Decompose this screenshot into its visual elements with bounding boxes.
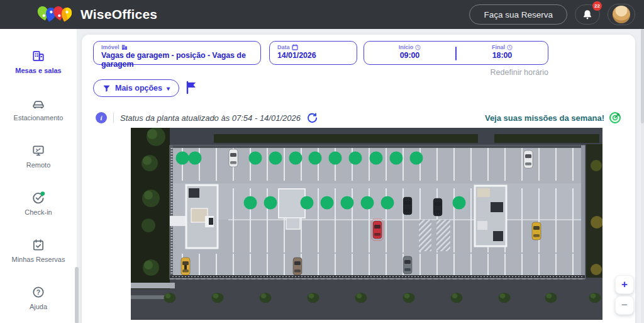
- available-spot[interactable]: [176, 152, 189, 165]
- sidebar-item-label: Check-in: [25, 208, 52, 216]
- calendar-small-icon: [292, 44, 298, 50]
- make-reservation-button[interactable]: Faça sua Reserva: [469, 4, 567, 25]
- available-spot[interactable]: [361, 196, 374, 210]
- weekly-missions-label: Veja suas missões da semana!: [485, 113, 604, 123]
- available-spot[interactable]: [329, 152, 342, 165]
- date-field-value: 14/01/2026: [277, 51, 349, 60]
- car-white: [524, 150, 533, 168]
- monitor-icon: [31, 144, 45, 157]
- stairwell-room-right: [475, 186, 506, 246]
- no-parking-hatch: [419, 220, 431, 251]
- calendar-check-icon: [31, 238, 45, 252]
- car-black: [403, 197, 412, 215]
- start-time-value: 09:00: [400, 51, 419, 60]
- profile-menu-button[interactable]: [608, 4, 635, 25]
- status-row: i Status da planta atualizado às 07:54 -…: [96, 110, 621, 125]
- info-icon: i: [96, 112, 107, 123]
- sidebar-item-label: Minhas Reservas: [12, 256, 65, 263]
- sidebar: Mesas e salas Estacionamento Remoto Chec…: [0, 29, 77, 323]
- building-small-icon: [121, 44, 128, 50]
- available-spot[interactable]: [244, 196, 257, 210]
- available-spot[interactable]: [341, 196, 354, 210]
- available-spot[interactable]: [309, 152, 322, 165]
- available-spot[interactable]: [301, 196, 314, 210]
- date-field-label: Data: [277, 44, 290, 50]
- car-brown: [293, 258, 302, 275]
- clock-icon: [507, 45, 513, 50]
- sidebar-item-mesas-e-salas[interactable]: Mesas e salas: [0, 49, 77, 74]
- car-taxi: [181, 258, 190, 275]
- available-spot[interactable]: [390, 152, 403, 165]
- available-spot[interactable]: [453, 196, 466, 210]
- end-time-half[interactable]: Final 18:00: [457, 44, 548, 64]
- question-circle-icon: ?: [31, 285, 45, 299]
- sidebar-item-label: Mesas e salas: [15, 67, 61, 74]
- car-black: [433, 198, 442, 216]
- clock-icon: [415, 45, 421, 50]
- available-spot[interactable]: [264, 196, 277, 210]
- notification-count-badge: 22: [592, 1, 602, 11]
- start-time-label: Início: [399, 44, 414, 50]
- available-spot[interactable]: [410, 152, 423, 165]
- car-yellow: [532, 222, 541, 240]
- available-spot[interactable]: [189, 152, 202, 165]
- parking-stall-lines: [175, 148, 582, 275]
- notifications-button[interactable]: 22: [575, 4, 600, 25]
- missions-target-icon: [609, 111, 621, 124]
- property-field-value: Vagas de garagem - posição - Vagas de ga…: [101, 51, 253, 69]
- car-red: [372, 219, 383, 241]
- wiseoffices-logo: WiseOffices: [36, 4, 157, 25]
- svg-text:?: ?: [36, 289, 40, 296]
- end-time-label: Final: [492, 44, 505, 50]
- sidebar-item-ajuda[interactable]: ? Ajuda: [0, 285, 77, 310]
- avatar: [613, 6, 630, 23]
- sidebar-item-remoto[interactable]: Remoto: [0, 144, 77, 169]
- sidebar-item-minhas-reservas[interactable]: Minhas Reservas: [0, 238, 77, 263]
- content-card: Imóvel Vagas de garagem - posição - Vaga…: [82, 35, 635, 323]
- available-spot[interactable]: [289, 152, 303, 165]
- right-grass-trees: [586, 144, 602, 278]
- flag-button[interactable]: [184, 80, 199, 95]
- available-spot[interactable]: [370, 152, 383, 165]
- property-field-label: Imóvel: [101, 44, 119, 50]
- reset-time-link[interactable]: Redefinir horário: [434, 68, 548, 77]
- building-icon: [31, 49, 45, 63]
- check-circle-icon: [31, 191, 45, 205]
- topbar: WiseOffices Faça sua Reserva 22: [0, 0, 644, 29]
- start-time-half[interactable]: Início 09:00: [364, 44, 455, 64]
- garage-floorplan-map[interactable]: [131, 128, 602, 320]
- sidebar-item-label: Remoto: [26, 161, 51, 169]
- car-icon: [31, 96, 45, 110]
- floorplan-svg: [131, 128, 602, 320]
- available-spot[interactable]: [349, 152, 362, 165]
- car-gray: [403, 256, 412, 274]
- time-range-field[interactable]: Início 09:00 Final 18:00: [364, 41, 548, 65]
- logo-pins-icon: [36, 4, 75, 25]
- sidebar-item-label: Ajuda: [30, 303, 47, 310]
- more-options-label: Mais opções: [115, 84, 162, 93]
- weekly-missions-link[interactable]: Veja suas missões da semana!: [485, 111, 621, 124]
- available-spot[interactable]: [321, 196, 334, 210]
- sidebar-item-check-in[interactable]: Check-in: [0, 191, 77, 216]
- end-time-value: 18:00: [492, 51, 512, 60]
- property-select-field[interactable]: Imóvel Vagas de garagem - posição - Vaga…: [93, 41, 261, 65]
- zoom-in-button[interactable]: +: [615, 275, 634, 294]
- flag-icon: [184, 80, 199, 95]
- car-white: [229, 149, 238, 167]
- divider: [113, 113, 114, 123]
- page-scrollbar[interactable]: [641, 29, 644, 323]
- available-spot[interactable]: [269, 152, 282, 165]
- more-options-button[interactable]: Mais opções ▾: [93, 79, 179, 97]
- brand-name: WiseOffices: [80, 7, 157, 22]
- zoom-out-button[interactable]: −: [615, 296, 634, 315]
- hedge-top: [214, 134, 478, 143]
- available-spot[interactable]: [381, 196, 394, 210]
- available-spot[interactable]: [249, 152, 262, 165]
- left-grass-trees: [131, 128, 175, 299]
- sidebar-item-estacionamento[interactable]: Estacionamento: [0, 96, 77, 122]
- chevron-down-icon: ▾: [167, 85, 170, 92]
- date-picker-field[interactable]: Data 14/01/2026: [269, 41, 357, 65]
- sidebar-scrollbar[interactable]: [75, 267, 79, 323]
- bell-icon: [582, 9, 593, 20]
- refresh-icon[interactable]: [307, 113, 318, 123]
